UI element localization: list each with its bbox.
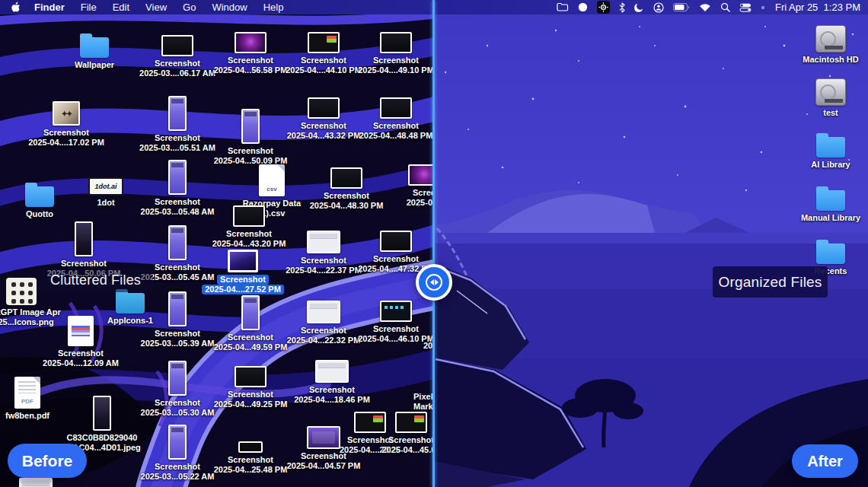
desktop-item-label: test (789, 108, 868, 118)
desktop-item-label: Screenshot2025-03....06.17 AM (136, 59, 219, 78)
menu-items: FinderFileEditViewGoWindowHelp (34, 2, 283, 13)
shot-window-purple-icon (307, 426, 340, 449)
menu-window[interactable]: Window (212, 2, 247, 13)
before-button[interactable]: Before (8, 444, 87, 478)
comparison-slider-handle[interactable] (416, 264, 452, 301)
control-center-icon[interactable] (739, 1, 752, 14)
shot-tall-icon (168, 361, 187, 396)
battery-icon[interactable] (673, 1, 690, 14)
desktop-item-screenshot-1209[interactable]: Screenshot2025-04....12.09 AM (39, 316, 123, 368)
desktop-item-label: Screenshot2025-04....44.10 PM (282, 56, 365, 75)
desktop-item-manual-library-folder[interactable]: Manual Library (789, 185, 868, 223)
menu-go[interactable]: Go (183, 2, 196, 13)
menu-help[interactable]: Help (263, 2, 284, 13)
file-csv-icon: csv (259, 164, 285, 196)
desktop-item-screenshot-5658[interactable]: Screenshot2025-04...56.58 PM (209, 32, 292, 75)
desktop-item-label: Screenshot2025-04...48.30 PM (305, 191, 388, 211)
desktop-item-label: AI Library (789, 160, 868, 170)
apple-menu-icon[interactable] (11, 2, 21, 13)
shot-tall-icon (241, 109, 260, 144)
desktop-item-cut-bottom-icon[interactable] (0, 478, 78, 487)
desktop-item-screenshot-2237[interactable]: Screenshot2025-04....22.37 PM (282, 231, 365, 275)
desktop-item-screenshot-0457[interactable]: Screenshot2025-04...04.57 PM (282, 426, 365, 471)
desktop-item-screenshot-4610[interactable]: Screenshot2025-04....46.10 PM (354, 301, 438, 344)
desktop-item-screenshot-4925[interactable]: Screenshot2025-04...49.25 PM (209, 366, 292, 409)
menu-bar-clock[interactable]: Fri Apr 25 1:23 PM (775, 2, 860, 13)
desktop-item-screenshot-0522[interactable]: Screenshot2025-03...05.22 AM (136, 425, 219, 482)
desktop-item-label: fw8ben.pdf (0, 411, 69, 421)
desktop-item-test-drive[interactable]: test (789, 78, 868, 118)
desktop-item-fw8ben-pdf[interactable]: PDFfw8ben.pdf (0, 377, 69, 421)
folder-icon[interactable] (557, 1, 569, 14)
desktop-item-ai-library-folder[interactable]: AI Library (789, 132, 868, 170)
desktop-item-label: Screenshot2025-04...04.57 PM (282, 451, 365, 471)
image-grid-icon (6, 278, 37, 305)
focus-moon-icon[interactable] (634, 1, 644, 14)
shot-window-light-icon (19, 478, 53, 487)
folder-blue-icon (816, 137, 845, 158)
bluetooth-icon[interactable] (619, 1, 625, 14)
spotlight-search-icon[interactable] (720, 1, 730, 14)
desktop-item-label: Screenshot2025-04...25.48 PM (209, 455, 292, 475)
desktop-item-screenshot-4848[interactable]: Screenshot2025-04...48.48 PM (354, 97, 438, 141)
desktop-screen: FinderFileEditViewGoWindowHelp Fri Apr 2… (0, 0, 868, 487)
desktop-item-screenshot-4959[interactable]: Screenshot2025-04...49.59 PM (209, 295, 292, 352)
desktop-item-screenshot-4910[interactable]: Screenshot2025-04....49.10 PM (354, 32, 438, 75)
desktop-item-label: Screenshot2025-04...49.59 PM (209, 333, 292, 352)
desktop-item-screenshot-1702[interactable]: Screenshot2025-04....17.02 PM (24, 101, 108, 148)
menu-file[interactable]: File (81, 2, 97, 13)
desktop-item-screenshot-4332[interactable]: Screenshot2025-04...43.32 PM (282, 97, 365, 141)
desktop-item-screenshot-5009[interactable]: Screenshot2025-04...50.09 PM (209, 109, 292, 166)
doc-colorful-icon (68, 316, 94, 346)
shot-wide-code-icon (395, 412, 427, 433)
desktop-item-label: Screenshot2025-04....12.09 AM (39, 349, 123, 368)
desktop-item-screenshot-0539[interactable]: Screenshot2025-03...05.39 AM (136, 291, 219, 349)
app-blob-icon[interactable] (578, 1, 588, 14)
wifi-icon[interactable] (699, 1, 711, 14)
menu-edit[interactable]: Edit (113, 2, 129, 13)
desktop-item-screenshot-4830[interactable]: Screenshot2025-04...48.30 PM (305, 167, 388, 211)
folder-blue-icon (816, 190, 845, 211)
desktop-item-label: Wallpaper (53, 60, 136, 70)
arrow-right-icon (435, 279, 439, 285)
file-pdf-icon: PDF (14, 377, 40, 409)
after-button[interactable]: After (792, 444, 858, 478)
user-status-icon[interactable] (653, 1, 664, 14)
notification-dot-icon[interactable] (761, 1, 765, 14)
desktop-item-label: Screenshot2025-04...48.48 PM (354, 121, 438, 141)
desktop-item-screenshot-0617[interactable]: Screenshot2025-03....06.17 AM (136, 35, 219, 78)
folder-blue-icon (25, 186, 54, 207)
desktop-item-screenshot-4410[interactable]: Screenshot2025-04....44.10 PM (282, 32, 365, 75)
drive-icon (815, 25, 846, 53)
shot-small-bar-icon (238, 441, 263, 453)
shot-wide-dark-icon (380, 231, 412, 252)
status-icons (557, 1, 765, 14)
desktop-item-label: Screenshot2025-04....18.46 PM (290, 385, 374, 405)
desktop-item-screenshot-0551[interactable]: Screenshot2025-03....05.51 AM (136, 96, 219, 153)
desktop-item-screenshot-2548[interactable]: Screenshot2025-04...25.48 PM (209, 441, 292, 475)
folder-blue-icon (816, 244, 845, 264)
cluttered-files-label: Cluttered Files (38, 269, 153, 292)
desktop-item-screenshot-0530[interactable]: Screenshot2025-03...05.30 AM (136, 361, 219, 418)
shot-wide-dark-icon (233, 205, 265, 227)
shot-tall-dark-icon (93, 396, 111, 431)
desktop-item-screenshot-2232[interactable]: Screenshot2025-04...22.32 PM (282, 301, 365, 345)
desktop-item-wallpaper-folder[interactable]: Wallpaper (53, 32, 136, 70)
menu-view[interactable]: View (145, 2, 167, 13)
shot-window-light-icon (307, 231, 340, 253)
shot-wide-dark-icon (380, 97, 412, 119)
shot-tall-icon (168, 425, 187, 460)
shot-tall-icon (168, 291, 187, 326)
shot-tall-icon (241, 295, 260, 330)
comparison-slider-line[interactable] (432, 0, 435, 487)
menu-finder[interactable]: Finder (34, 2, 65, 13)
desktop-item-label: Screenshot2025-03...05.30 AM (136, 398, 219, 418)
desktop-item-screenshot-1846[interactable]: Screenshot2025-04....18.46 PM (290, 360, 374, 405)
organized-files-label: Organized Files (713, 266, 828, 298)
desktop-item-label: Screenshot2025-04...50.09 PM (209, 146, 292, 166)
desktop-item-label: Screenshot2025-04....49.10 PM (354, 56, 438, 75)
slider-arrows-icon (426, 274, 442, 291)
desktop-item-screenshot-4320[interactable]: Screenshot2025-04...43.20 PM (207, 205, 291, 249)
desktop-item-macintosh-hd-drive[interactable]: Macintosh HD (789, 25, 868, 65)
screenshot-app-icon[interactable] (597, 1, 610, 14)
